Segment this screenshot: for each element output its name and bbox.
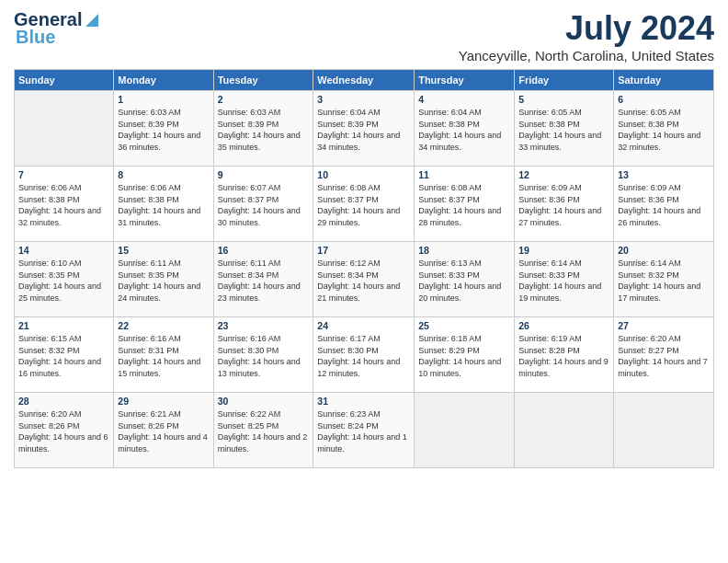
page: General Blue July 2024 Yanceyville, Nort… (0, 0, 728, 563)
logo-arrow-icon (82, 10, 102, 30)
day-number: 26 (518, 320, 609, 331)
calendar-cell: 31Sunrise: 6:23 AMSunset: 8:24 PMDayligh… (313, 393, 415, 468)
cell-daylight-info: Sunrise: 6:12 AMSunset: 8:34 PMDaylight:… (317, 258, 410, 304)
day-number: 1 (118, 94, 209, 105)
cell-daylight-info: Sunrise: 6:05 AMSunset: 8:38 PMDaylight:… (618, 107, 710, 153)
day-number: 18 (418, 245, 510, 256)
cell-daylight-info: Sunrise: 6:03 AMSunset: 8:39 PMDaylight:… (118, 107, 209, 153)
calendar-cell (614, 393, 714, 468)
day-number: 6 (618, 94, 710, 105)
cell-daylight-info: Sunrise: 6:06 AMSunset: 8:38 PMDaylight:… (18, 182, 109, 228)
day-number: 8 (118, 169, 209, 180)
day-number: 19 (518, 245, 609, 256)
cell-daylight-info: Sunrise: 6:13 AMSunset: 8:33 PMDaylight:… (418, 258, 510, 304)
week-row-2: 7Sunrise: 6:06 AMSunset: 8:38 PMDaylight… (15, 167, 714, 242)
day-number: 11 (418, 169, 510, 180)
calendar-cell: 29Sunrise: 6:21 AMSunset: 8:26 PMDayligh… (114, 393, 213, 468)
cell-daylight-info: Sunrise: 6:08 AMSunset: 8:37 PMDaylight:… (418, 182, 510, 228)
day-number: 28 (18, 396, 109, 407)
day-number: 23 (218, 320, 310, 331)
day-number: 16 (218, 245, 310, 256)
day-number: 20 (618, 245, 710, 256)
day-number: 3 (317, 94, 410, 105)
calendar-cell: 14Sunrise: 6:10 AMSunset: 8:35 PMDayligh… (15, 242, 114, 317)
calendar-cell (415, 393, 515, 468)
cell-daylight-info: Sunrise: 6:03 AMSunset: 8:39 PMDaylight:… (218, 107, 310, 153)
cell-daylight-info: Sunrise: 6:14 AMSunset: 8:33 PMDaylight:… (518, 258, 609, 304)
cell-daylight-info: Sunrise: 6:09 AMSunset: 8:36 PMDaylight:… (518, 182, 609, 228)
month-year-title: July 2024 (459, 9, 714, 48)
calendar-cell: 20Sunrise: 6:14 AMSunset: 8:32 PMDayligh… (614, 242, 714, 317)
calendar-cell: 16Sunrise: 6:11 AMSunset: 8:34 PMDayligh… (213, 242, 313, 317)
cell-daylight-info: Sunrise: 6:07 AMSunset: 8:37 PMDaylight:… (218, 182, 310, 228)
cell-daylight-info: Sunrise: 6:04 AMSunset: 8:38 PMDaylight:… (418, 107, 510, 153)
day-number: 21 (18, 320, 109, 331)
cell-daylight-info: Sunrise: 6:22 AMSunset: 8:25 PMDaylight:… (218, 408, 310, 454)
cell-daylight-info: Sunrise: 6:20 AMSunset: 8:27 PMDaylight:… (618, 333, 710, 379)
cell-daylight-info: Sunrise: 6:05 AMSunset: 8:38 PMDaylight:… (518, 107, 609, 153)
calendar-cell: 18Sunrise: 6:13 AMSunset: 8:33 PMDayligh… (415, 242, 515, 317)
day-number: 22 (118, 320, 209, 331)
day-number: 30 (218, 396, 310, 407)
cell-daylight-info: Sunrise: 6:19 AMSunset: 8:28 PMDaylight:… (518, 333, 609, 379)
calendar-cell: 28Sunrise: 6:20 AMSunset: 8:26 PMDayligh… (15, 393, 114, 468)
logo-blue: Blue (16, 27, 55, 48)
day-number: 31 (317, 396, 410, 407)
calendar-cell: 19Sunrise: 6:14 AMSunset: 8:33 PMDayligh… (515, 242, 614, 317)
day-number: 12 (518, 169, 609, 180)
day-number: 14 (18, 245, 109, 256)
day-number: 29 (118, 396, 209, 407)
cell-daylight-info: Sunrise: 6:23 AMSunset: 8:24 PMDaylight:… (317, 408, 410, 454)
day-number: 15 (118, 245, 209, 256)
calendar-cell (15, 91, 114, 167)
header: General Blue July 2024 Yanceyville, Nort… (14, 9, 714, 63)
calendar-cell: 30Sunrise: 6:22 AMSunset: 8:25 PMDayligh… (213, 393, 313, 468)
calendar-cell: 17Sunrise: 6:12 AMSunset: 8:34 PMDayligh… (313, 242, 415, 317)
header-day-wednesday: Wednesday (313, 70, 415, 91)
cell-daylight-info: Sunrise: 6:21 AMSunset: 8:26 PMDaylight:… (118, 408, 209, 454)
day-number: 10 (317, 169, 410, 180)
day-number: 17 (317, 245, 410, 256)
header-day-friday: Friday (515, 70, 614, 91)
calendar-cell: 8Sunrise: 6:06 AMSunset: 8:38 PMDaylight… (114, 167, 213, 242)
title-block: July 2024 Yanceyville, North Carolina, U… (459, 9, 714, 63)
calendar-table: SundayMondayTuesdayWednesdayThursdayFrid… (14, 69, 714, 468)
cell-daylight-info: Sunrise: 6:04 AMSunset: 8:39 PMDaylight:… (317, 107, 410, 153)
week-row-1: 1Sunrise: 6:03 AMSunset: 8:39 PMDaylight… (15, 91, 714, 167)
calendar-cell: 27Sunrise: 6:20 AMSunset: 8:27 PMDayligh… (614, 317, 714, 393)
calendar-cell: 23Sunrise: 6:16 AMSunset: 8:30 PMDayligh… (213, 317, 313, 393)
header-day-monday: Monday (114, 70, 213, 91)
calendar-cell: 3Sunrise: 6:04 AMSunset: 8:39 PMDaylight… (313, 91, 415, 167)
day-number: 13 (618, 169, 710, 180)
calendar-cell: 4Sunrise: 6:04 AMSunset: 8:38 PMDaylight… (415, 91, 515, 167)
svg-marker-0 (85, 14, 98, 27)
cell-daylight-info: Sunrise: 6:20 AMSunset: 8:26 PMDaylight:… (18, 408, 109, 454)
calendar-cell: 15Sunrise: 6:11 AMSunset: 8:35 PMDayligh… (114, 242, 213, 317)
day-number: 2 (218, 94, 310, 105)
calendar-cell: 26Sunrise: 6:19 AMSunset: 8:28 PMDayligh… (515, 317, 614, 393)
cell-daylight-info: Sunrise: 6:17 AMSunset: 8:30 PMDaylight:… (317, 333, 410, 379)
cell-daylight-info: Sunrise: 6:11 AMSunset: 8:35 PMDaylight:… (118, 258, 209, 304)
calendar-header-row: SundayMondayTuesdayWednesdayThursdayFrid… (15, 70, 714, 91)
cell-daylight-info: Sunrise: 6:18 AMSunset: 8:29 PMDaylight:… (418, 333, 510, 379)
week-row-4: 21Sunrise: 6:15 AMSunset: 8:32 PMDayligh… (15, 317, 714, 393)
calendar-cell: 5Sunrise: 6:05 AMSunset: 8:38 PMDaylight… (515, 91, 614, 167)
day-number: 7 (18, 169, 109, 180)
calendar-cell: 24Sunrise: 6:17 AMSunset: 8:30 PMDayligh… (313, 317, 415, 393)
calendar-cell (515, 393, 614, 468)
day-number: 24 (317, 320, 410, 331)
header-day-sunday: Sunday (15, 70, 114, 91)
header-day-saturday: Saturday (614, 70, 714, 91)
cell-daylight-info: Sunrise: 6:08 AMSunset: 8:37 PMDaylight:… (317, 182, 410, 228)
calendar-cell: 25Sunrise: 6:18 AMSunset: 8:29 PMDayligh… (415, 317, 515, 393)
day-number: 4 (418, 94, 510, 105)
header-day-thursday: Thursday (415, 70, 515, 91)
day-number: 27 (618, 320, 710, 331)
logo: General Blue (14, 9, 102, 48)
location-subtitle: Yanceyville, North Carolina, United Stat… (459, 48, 714, 63)
header-day-tuesday: Tuesday (213, 70, 313, 91)
cell-daylight-info: Sunrise: 6:16 AMSunset: 8:30 PMDaylight:… (218, 333, 310, 379)
calendar-cell: 2Sunrise: 6:03 AMSunset: 8:39 PMDaylight… (213, 91, 313, 167)
cell-daylight-info: Sunrise: 6:14 AMSunset: 8:32 PMDaylight:… (618, 258, 710, 304)
cell-daylight-info: Sunrise: 6:15 AMSunset: 8:32 PMDaylight:… (18, 333, 109, 379)
